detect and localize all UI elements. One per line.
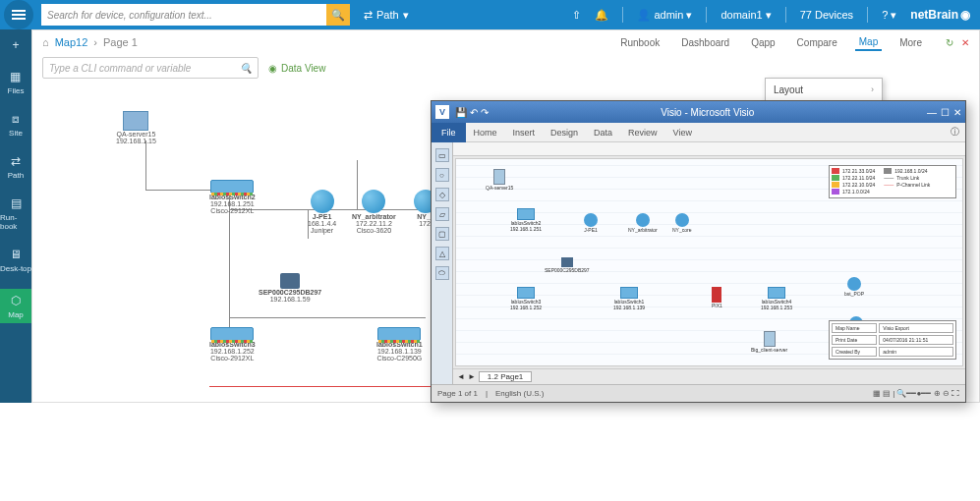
ribbon-home[interactable]: Home [466, 128, 505, 138]
device-ny-arbitrator[interactable]: NY_arbitrator 172.22.11.2 Cisco-3620 [352, 190, 396, 234]
cli-input[interactable]: Type a CLI command or variable 🔍 [42, 57, 259, 79]
path-icon: ⇄ [8, 153, 24, 169]
shape-stencil[interactable]: △ [435, 247, 449, 260]
ribbon-view[interactable]: View [665, 128, 700, 138]
plus-icon: + [8, 37, 24, 53]
ribbon-help-icon[interactable]: ⓘ [951, 126, 965, 139]
path-label: Path [376, 9, 399, 21]
tab-compare[interactable]: Compare [793, 35, 841, 50]
status-lang[interactable]: English (U.S.) [495, 389, 544, 398]
breadcrumb-page[interactable]: Page 1 [103, 36, 138, 48]
sidebar-add[interactable]: + [8, 37, 24, 53]
help-icon[interactable]: ? ▾ [882, 9, 896, 22]
vdev-sw4[interactable]: lablosSwitch4192.168.1.253 [761, 287, 792, 310]
vdev-sw1[interactable]: lablosSwitch1192.168.1.139 [613, 287, 645, 310]
close-icon[interactable]: ✕ [953, 107, 961, 118]
files-icon: ▦ [8, 69, 24, 84]
device-sep[interactable]: SEP000C295DB297 192.168.1.59 [259, 273, 321, 303]
visio-ruler [453, 142, 965, 156]
page-tab[interactable]: 1.2 Page1 [479, 371, 532, 382]
sidebar-desktop[interactable]: 🖥Desk-top [0, 247, 31, 273]
sidebar: + ▦Files ⧈Site ⇄Path ▤Run-book 🖥Desk-top… [0, 29, 31, 403]
data-view-toggle[interactable]: ◉ Data View [268, 63, 325, 74]
hamburger-menu[interactable] [4, 0, 33, 29]
sidebar-runbook[interactable]: ▤Run-book [0, 195, 31, 231]
sidebar-site[interactable]: ⧈Site [8, 111, 24, 138]
visio-titlebar[interactable]: V 💾 ↶ ↷ Visio - Microsoft Visio — ☐ ✕ [432, 101, 965, 123]
shape-stencil[interactable]: ▢ [435, 227, 449, 241]
visio-title: Visio - Microsoft Visio [489, 107, 927, 118]
ribbon-insert[interactable]: Insert [505, 128, 544, 138]
visio-ribbon: File Home Insert Design Data Review View… [432, 123, 965, 142]
visio-app-icon: V [435, 105, 449, 119]
bell-icon[interactable]: 🔔 [595, 9, 608, 22]
ribbon-review[interactable]: Review [620, 128, 665, 138]
vdev-big[interactable]: Big_client-server [751, 331, 787, 353]
device-qa-server[interactable]: QA-server15 192.168.1.15 [116, 111, 156, 144]
close-icon[interactable]: ✕ [961, 37, 969, 48]
tab-dashboard[interactable]: Dashboard [677, 35, 733, 50]
domain-menu[interactable]: domain1 ▾ [721, 9, 771, 22]
page-next[interactable]: ► [468, 372, 476, 381]
device-switch2[interactable]: lablosSwitch2 192.168.1.251 Cisco-2912XL [209, 180, 256, 214]
visio-drawing-canvas[interactable]: 172.21.33.0/24 192.168.1.0/24 172.22.11.… [455, 158, 963, 366]
vdev-jpe1[interactable]: J-PE1 [584, 213, 598, 233]
home-icon[interactable]: ⌂ [42, 36, 49, 48]
visio-legend: 172.21.33.0/24 192.168.1.0/24 172.22.11.… [829, 165, 956, 198]
vdev-nyarb[interactable]: NY_arbitrator [628, 213, 658, 233]
shape-stencil[interactable]: ○ [435, 168, 449, 182]
sidebar-files[interactable]: ▦Files [8, 69, 25, 95]
sidebar-path[interactable]: ⇄Path [8, 153, 24, 180]
server-icon [123, 111, 148, 131]
view-buttons[interactable]: ▦ ▤ | 🔍━━●━━ ⊕ ⊖ ⛶ [873, 389, 959, 398]
visio-info-box: Map NameVisio Export Print Date04/07/201… [829, 320, 956, 360]
device-jpe1[interactable]: J-PE1 168.1.4.4 Juniper [308, 190, 336, 234]
switch-icon [210, 327, 254, 341]
qat-redo-icon[interactable]: ↷ [481, 107, 489, 118]
refresh-icon[interactable]: ↻ [946, 37, 953, 48]
path-button[interactable]: ⇄ Path ▾ [364, 9, 409, 22]
share-icon[interactable]: ⇧ [572, 9, 581, 22]
shape-stencil[interactable]: ▭ [435, 148, 449, 162]
site-icon: ⧈ [8, 111, 24, 127]
device-switch1[interactable]: lablosSwitch1 192.168.1.139 Cisco-C2950G [376, 327, 423, 362]
page-prev[interactable]: ◄ [457, 372, 465, 381]
vdev-sep[interactable]: SEP000C295DB297 [545, 257, 590, 273]
search-icon[interactable]: 🔍 [240, 63, 252, 74]
vdev-pix[interactable]: PIX1 [712, 287, 722, 308]
global-search-input[interactable]: Search for device, configuration text... [41, 4, 326, 26]
router-icon [362, 190, 385, 213]
devices-count[interactable]: 77 Devices [800, 9, 853, 21]
sidebar-map[interactable]: ⬡Map [0, 289, 31, 323]
shape-stencil[interactable]: ▱ [435, 207, 449, 221]
menu-layout[interactable]: Layout› [766, 79, 882, 100]
router-icon [311, 190, 334, 213]
tab-more[interactable]: More [895, 35, 926, 50]
tab-qapp[interactable]: Qapp [747, 35, 778, 50]
vdev-bstpop[interactable]: bst_POP [844, 277, 864, 297]
shape-stencil[interactable]: ⬭ [435, 266, 449, 280]
device-switch3[interactable]: lablosSwitch3 192.168.1.252 Cisco-2912XL [209, 327, 256, 362]
map-icon: ⬡ [8, 293, 24, 308]
user-menu[interactable]: 👤 admin ▾ [637, 9, 692, 22]
ribbon-design[interactable]: Design [543, 128, 586, 138]
qat-undo-icon[interactable]: ↶ [470, 107, 478, 118]
minimize-icon[interactable]: — [927, 107, 937, 118]
status-page: Page 1 of 1 [437, 389, 478, 398]
vdev-nycore[interactable]: NY_core [672, 213, 691, 233]
phone-icon [280, 273, 300, 289]
qat-save-icon[interactable]: 💾 [455, 107, 467, 118]
vdev-sw3[interactable]: lablosSwitch3192.168.1.252 [510, 287, 542, 310]
maximize-icon[interactable]: ☐ [941, 107, 950, 118]
ribbon-data[interactable]: Data [586, 128, 620, 138]
shape-stencil[interactable]: ◇ [435, 188, 449, 201]
tab-map[interactable]: Map [855, 34, 882, 51]
vdev-sw2[interactable]: lablosSwitch2192.168.1.251 [510, 208, 542, 232]
breadcrumb-map[interactable]: Map12 [55, 36, 88, 48]
vdev-qa[interactable]: QA-server15 [486, 169, 513, 191]
tab-runbook[interactable]: Runbook [616, 35, 663, 50]
chevron-right-icon: › [871, 84, 874, 94]
view-tabs: Runbook Dashboard Qapp Compare Map More … [616, 34, 969, 51]
ribbon-file[interactable]: File [432, 123, 466, 142]
search-button[interactable]: 🔍 [326, 4, 350, 26]
